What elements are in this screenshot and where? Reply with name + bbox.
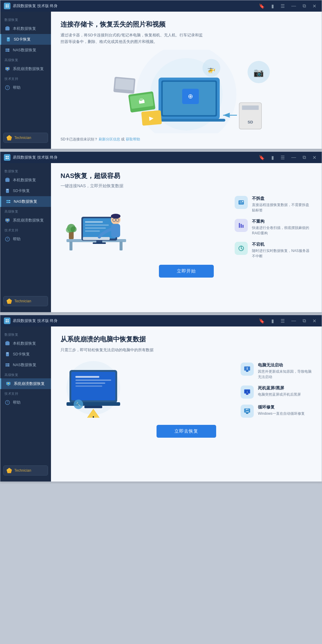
svg-rect-59 <box>120 242 123 250</box>
svg-rect-67 <box>93 242 106 244</box>
nas-icon-2 <box>5 199 11 205</box>
feature-blue-screen: :( 死机蓝屏/黑屏 电脑突然蓝屏或开机后黑屏 <box>241 386 312 399</box>
loop-repair-title: 循环修复 <box>258 405 305 410</box>
svg-rect-26 <box>242 106 259 110</box>
svg-rect-3 <box>7 6 9 7</box>
crash-features: 电脑无法启动 因意外更新或未知原因，导致电脑无法启动 :( <box>241 358 312 419</box>
no-rebuild-text: 不重构 快速进行全卷扫描，彻底摆脱麻烦的RAID重构 <box>252 219 312 236</box>
main-layout-2: 数据恢复 本机数据恢复 SD卡恢复 <box>0 163 322 312</box>
sd-label-1: SD卡恢复 <box>14 37 31 42</box>
section-label-data-3: 数据恢复 <box>0 330 51 338</box>
svg-rect-41 <box>7 156 9 157</box>
sidebar-item-help-3[interactable]: ? 帮助 <box>0 397 51 408</box>
technician-badge-1[interactable]: Technician <box>3 133 48 143</box>
titlebar-3: 易我数据恢复 技术版 终身 🔖 ▮ ☰ — ⧉ ✕ <box>0 315 322 326</box>
svg-point-100 <box>8 366 9 366</box>
sidebar-item-crash-3[interactable]: 系统崩溃数据恢复 <box>0 378 51 389</box>
sidebar-item-local-2[interactable]: 本机数据恢复 <box>0 175 51 185</box>
technician-badge-3[interactable]: Technician <box>3 465 48 476</box>
svg-text:!: ! <box>92 414 95 418</box>
section-label-tech-2: 技术支持 <box>0 226 51 234</box>
window-controls-3: 🔖 ▮ ☰ — ⧉ ✕ <box>257 318 318 324</box>
sidebar-1: 数据恢复 本机数据恢复 SD卡恢复 <box>0 12 51 149</box>
screenshot-btn-1[interactable]: ▮ <box>270 3 276 10</box>
svg-rect-113 <box>75 386 102 387</box>
sd-link-help[interactable]: 获取帮助 <box>126 137 140 141</box>
crash-start-button[interactable]: 立即去恢复 <box>157 425 216 438</box>
tech-gem-icon-2 <box>7 298 12 304</box>
restore-btn-3[interactable]: ⧉ <box>301 318 308 324</box>
app-logo-2 <box>4 154 10 161</box>
local-icon-3 <box>4 340 10 346</box>
loop-repair-icon <box>241 405 254 418</box>
close-btn-3[interactable]: ✕ <box>311 318 318 324</box>
crash-label-1: 系统崩溃数据恢复 <box>13 66 44 72</box>
sidebar-item-sd-3[interactable]: SD卡恢复 <box>0 349 51 360</box>
menu-btn-3[interactable]: ☰ <box>279 318 287 324</box>
loop-repair-text: 循环修复 Windows一直在自动循坏修复 <box>258 405 305 416</box>
content-sd: 连接存储卡，恢复丢失的照片和视频 通过读卡器，将SD卡连接到台式机/笔记本电脑，… <box>51 12 322 149</box>
sd-desc: 通过读卡器，将SD卡连接到台式机/笔记本电脑，恢复相机、无人机、行车记录和监控器… <box>61 32 204 45</box>
sidebar-item-help-2[interactable]: ? 帮助 <box>0 234 51 244</box>
titlebar-1: 易我数据恢复 技术版 终身 🔖 ▮ ☰ — ⧉ ✕ <box>0 0 322 12</box>
nas-illustration <box>61 193 229 259</box>
svg-rect-126 <box>246 394 248 395</box>
feature-list-nas: 不拆盘 直接远程连接恢复数据，不需要拆盘贴标签 <box>235 196 312 259</box>
section-label-data-1: 数据恢复 <box>0 15 51 23</box>
crash-desc: 只需三步，即可轻松恢复无法启动的电脑中的所有数据 <box>61 347 204 353</box>
svg-rect-0 <box>6 4 7 6</box>
no-downtime-desc: 随时进行实时数据恢复，NAS服务器不中断 <box>252 248 312 259</box>
technician-badge-2[interactable]: Technician <box>3 296 48 306</box>
bookmark-btn-2[interactable]: 🔖 <box>257 154 267 161</box>
nas-start-button[interactable]: 立即开始 <box>159 265 214 278</box>
sd-label-3: SD卡恢复 <box>13 352 30 357</box>
sd-link-refresh[interactable]: 刷新分区信息 <box>99 137 120 141</box>
local-label-2: 本机数据恢复 <box>13 177 36 183</box>
sidebar-item-local-1[interactable]: 本机数据恢复 <box>0 23 51 34</box>
svg-rect-84 <box>241 224 242 228</box>
svg-text:🔧: 🔧 <box>75 402 81 407</box>
bookmark-btn-3[interactable]: 🔖 <box>257 318 267 324</box>
close-btn-2[interactable]: ✕ <box>311 154 318 161</box>
close-btn-1[interactable]: ✕ <box>311 3 318 10</box>
minimize-btn-1[interactable]: — <box>290 3 298 9</box>
sidebar-item-sd-1[interactable]: SD卡恢复 <box>0 34 51 45</box>
sidebar-item-nas-3[interactable]: NAS数据恢复 <box>0 360 51 370</box>
svg-rect-75 <box>69 232 74 239</box>
svg-rect-43 <box>7 158 9 159</box>
help-label-3: 帮助 <box>13 400 21 405</box>
sidebar-item-local-3[interactable]: 本机数据恢复 <box>0 338 51 349</box>
minimize-btn-3[interactable]: — <box>290 318 298 324</box>
section-label-tech-3: 技术支持 <box>0 389 51 397</box>
nas-subtitle: 一键连接NAS，立即开始恢复数据 <box>61 183 312 189</box>
sidebar-item-help-1[interactable]: ? 帮助 <box>0 82 51 93</box>
svg-point-124 <box>247 369 247 369</box>
screenshot-btn-3[interactable]: ▮ <box>270 318 276 324</box>
svg-rect-13 <box>7 70 8 71</box>
svg-rect-115 <box>84 406 102 408</box>
no-downtime-title: 不宕机 <box>252 242 312 247</box>
menu-btn-2[interactable]: ☰ <box>279 154 287 161</box>
sidebar-item-nas-1[interactable]: NAS数据恢复 <box>0 45 51 55</box>
restore-btn-2[interactable]: ⧉ <box>301 154 308 161</box>
sd-footer: SD卡已连接但未识别？ 刷新分区信息 或 获取帮助 <box>61 137 312 142</box>
bookmark-btn-1[interactable]: 🔖 <box>257 3 267 10</box>
nas-icon-1 <box>4 47 10 53</box>
svg-rect-112 <box>75 383 105 384</box>
menu-btn-1[interactable]: ☰ <box>279 3 287 10</box>
svg-point-99 <box>8 364 9 364</box>
screenshot-btn-2[interactable]: ▮ <box>270 154 276 161</box>
svg-rect-64 <box>85 227 106 229</box>
sidebar-item-sd-2[interactable]: SD卡恢复 <box>0 185 51 196</box>
sidebar-item-crash-2[interactable]: 系统崩溃数据恢复 <box>0 215 51 226</box>
minimize-btn-2[interactable]: — <box>290 154 298 161</box>
sidebar-2: 数据恢复 本机数据恢复 SD卡恢复 <box>0 163 51 312</box>
svg-rect-2 <box>6 6 7 7</box>
feature-no-boot: 电脑无法启动 因意外更新或未知原因，导致电脑无法启动 <box>241 363 312 380</box>
sidebar-item-crash-1[interactable]: 系统崩溃数据恢复 <box>0 64 51 74</box>
restore-btn-1[interactable]: ⧉ <box>301 3 308 9</box>
sidebar-item-nas-2[interactable]: NAS数据恢复 <box>0 196 51 207</box>
svg-text:?: ? <box>7 238 8 241</box>
local-label-1: 本机数据恢复 <box>13 26 36 31</box>
nas-label-3: NAS数据恢复 <box>13 362 36 368</box>
